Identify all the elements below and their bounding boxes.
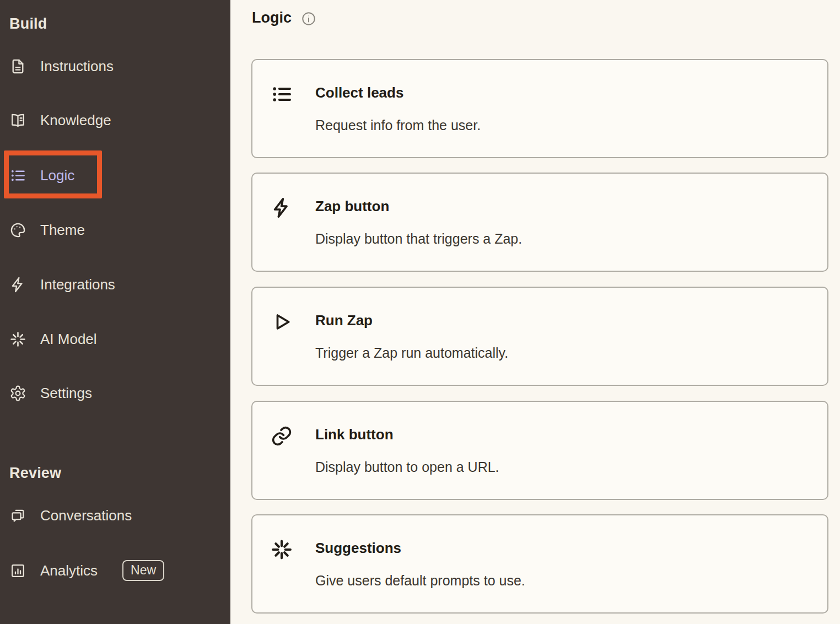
- zap-icon: [9, 276, 26, 293]
- sparkle-icon: [9, 331, 26, 348]
- list-icon: [9, 167, 26, 184]
- zap-icon: [271, 197, 293, 219]
- sidebar-item-label: Knowledge: [40, 112, 111, 129]
- sidebar-item-knowledge[interactable]: Knowledge: [9, 108, 111, 132]
- palette-icon: [9, 222, 26, 239]
- new-badge: New: [122, 560, 164, 581]
- sidebar-item-ai-model[interactable]: AI Model: [9, 327, 97, 351]
- card-link-button[interactable]: Link button Display button to open a URL…: [251, 401, 828, 500]
- gear-icon: [9, 385, 26, 402]
- sidebar-item-settings[interactable]: Settings: [9, 381, 92, 405]
- file-text-icon: [9, 58, 26, 75]
- sidebar-item-label: Theme: [40, 222, 85, 239]
- card-zap-button[interactable]: Zap button Display button that triggers …: [251, 173, 828, 272]
- card-title: Collect leads: [315, 84, 403, 101]
- app-window: Build Instructions Knowledge: [0, 0, 840, 624]
- card-collect-leads[interactable]: Collect leads Request info from the user…: [251, 59, 828, 158]
- sidebar-item-analytics[interactable]: Analytics New: [9, 558, 164, 583]
- sidebar-item-label: AI Model: [40, 331, 97, 348]
- sidebar-item-instructions[interactable]: Instructions: [9, 54, 114, 78]
- sidebar: Build Instructions Knowledge: [0, 0, 230, 624]
- card-description: Trigger a Zap run automatically.: [315, 345, 508, 361]
- sidebar-item-label: Integrations: [40, 276, 115, 293]
- main-content: Logic Collect l: [230, 0, 840, 624]
- sidebar-item-theme[interactable]: Theme: [9, 218, 85, 242]
- sidebar-section-review: Review: [9, 465, 61, 482]
- sidebar-item-label: Conversations: [40, 507, 132, 524]
- chat-bubbles-icon: [9, 507, 26, 524]
- sparkle-icon: [271, 539, 293, 561]
- card-title: Suggestions: [315, 540, 401, 557]
- card-title: Link button: [315, 426, 394, 443]
- play-icon: [271, 311, 293, 333]
- sidebar-item-conversations[interactable]: Conversations: [9, 503, 132, 528]
- card-description: Display button that triggers a Zap.: [315, 231, 522, 247]
- book-open-icon: [9, 112, 26, 129]
- card-suggestions[interactable]: Suggestions Give users default prompts t…: [251, 514, 828, 614]
- card-title: Run Zap: [315, 312, 373, 329]
- list-icon: [271, 83, 293, 105]
- card-description: Request info from the user.: [315, 117, 481, 133]
- sidebar-item-label: Analytics: [40, 562, 98, 579]
- sidebar-section-build: Build: [9, 15, 47, 33]
- card-run-zap[interactable]: Run Zap Trigger a Zap run automatically.: [251, 287, 828, 386]
- page-title-row: Logic: [252, 9, 316, 26]
- sidebar-item-label: Settings: [40, 385, 92, 402]
- sidebar-item-integrations[interactable]: Integrations: [9, 272, 115, 297]
- sidebar-item-label: Logic: [40, 167, 74, 184]
- sidebar-item-logic[interactable]: Logic: [9, 163, 74, 187]
- sidebar-item-label: Instructions: [40, 58, 114, 75]
- card-title: Zap button: [315, 198, 389, 215]
- info-icon[interactable]: [301, 11, 316, 26]
- card-description: Give users default prompts to use.: [315, 573, 525, 589]
- bar-chart-icon: [9, 562, 26, 579]
- page-title: Logic: [252, 9, 292, 26]
- link-icon: [271, 425, 293, 447]
- card-description: Display button to open a URL.: [315, 459, 499, 475]
